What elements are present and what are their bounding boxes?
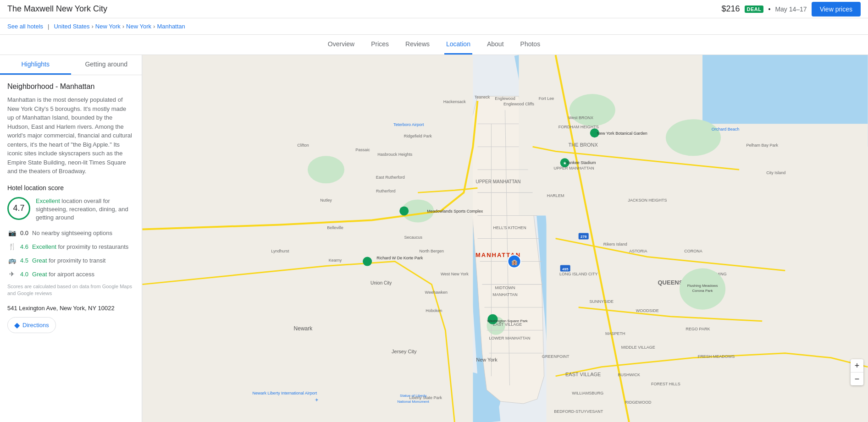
score-value-3: 4.0 xyxy=(20,271,28,278)
svg-text:FORDHAM HEIGHTS: FORDHAM HEIGHTS xyxy=(558,125,599,129)
tab-about[interactable]: About xyxy=(485,35,506,55)
separator: • xyxy=(768,5,770,13)
svg-text:MIDDLE VILLAGE: MIDDLE VILLAGE xyxy=(621,345,655,350)
score-value-2: 4.5 xyxy=(20,257,28,264)
svg-text:BUSHWICK: BUSHWICK xyxy=(618,373,641,377)
score-label-1: Excellent for proximity to restaurants xyxy=(32,243,128,250)
svg-text:278: 278 xyxy=(581,235,587,239)
svg-text:Nutley: Nutley xyxy=(320,198,332,203)
left-panel: Highlights Getting around Neighborhood -… xyxy=(0,55,142,422)
svg-text:Ridgefield Park: Ridgefield Park xyxy=(404,134,432,138)
svg-text:EAST VILLAGE: EAST VILLAGE xyxy=(565,372,601,377)
breadcrumb-new-york-state[interactable]: New York xyxy=(95,23,121,30)
zoom-in-button[interactable]: + xyxy=(851,359,863,372)
main: Highlights Getting around Neighborhood -… xyxy=(0,55,868,422)
header: The Maxwell New York City $216 DEAL • Ma… xyxy=(0,0,868,18)
svg-point-8 xyxy=(666,119,721,156)
svg-point-9 xyxy=(308,156,344,183)
svg-text:Clifton: Clifton xyxy=(297,143,309,148)
directions-diamond-icon: ◆ xyxy=(14,321,20,329)
svg-text:West BRONX: West BRONX xyxy=(568,115,593,120)
svg-text:CORONA: CORONA xyxy=(684,249,702,253)
breadcrumb: See all hotels | United States › New Yor… xyxy=(0,18,868,35)
svg-text:Richard W De Korte Park: Richard W De Korte Park xyxy=(376,256,423,260)
date-range: May 14–17 xyxy=(775,5,807,13)
svg-text:WILLIAMSBURG: WILLIAMSBURG xyxy=(572,391,603,395)
svg-text:RIDGEWOOD: RIDGEWOOD xyxy=(625,400,652,405)
location-score-section: Hotel location score 4.7 Excellent locat… xyxy=(7,184,134,297)
score-circle: 4.7 xyxy=(7,197,30,220)
header-right: $216 DEAL • May 14–17 View prices xyxy=(721,2,861,16)
breadcrumb-sep-2: › xyxy=(122,23,124,30)
zoom-controls: + − xyxy=(851,359,863,385)
svg-text:QUEENS: QUEENS xyxy=(658,279,683,286)
svg-text:FRESH MEADOWS: FRESH MEADOWS xyxy=(698,354,735,359)
svg-text:Hackensack: Hackensack xyxy=(443,99,466,104)
score-item: ✈4.0 Great for airport access xyxy=(7,269,134,279)
svg-text:Flushing Meadows: Flushing Meadows xyxy=(687,284,718,288)
svg-text:Teterboro Airport: Teterboro Airport xyxy=(393,122,424,127)
map-container[interactable]: MANHATTAN UPPER MANHATTAN MIDTOWN MANHAT… xyxy=(142,55,868,422)
svg-text:MIDTOWN: MIDTOWN xyxy=(495,285,515,290)
svg-text:Passaic: Passaic xyxy=(355,148,370,152)
svg-text:UPPER MANHATTAN: UPPER MANHATTAN xyxy=(475,179,520,184)
breadcrumb-manhattan[interactable]: Manhattan xyxy=(157,23,185,30)
svg-text:New York Botanical Garden: New York Botanical Garden xyxy=(597,131,647,136)
map-svg: MANHATTAN UPPER MANHATTAN MIDTOWN MANHAT… xyxy=(142,55,868,422)
directions-label: Directions xyxy=(22,322,49,329)
neighborhood-title: Neighborhood - Manhattan xyxy=(7,82,134,91)
sub-tab-getting-around[interactable]: Getting around xyxy=(71,55,142,75)
svg-text:Rikers Island: Rikers Island xyxy=(603,242,627,247)
hotel-title: The Maxwell New York City xyxy=(7,4,721,14)
sub-tab-highlights[interactable]: Highlights xyxy=(0,55,71,75)
nav-tabs: Overview Prices Reviews Location About P… xyxy=(0,35,868,55)
score-items-container: 📷0.0No nearby sightseeing options🍴4.6 Ex… xyxy=(7,228,134,279)
svg-text:National Monument: National Monument xyxy=(398,400,430,404)
score-label-3: Great for airport access xyxy=(32,271,94,278)
svg-text:SUNNYSIDE: SUNNYSIDE xyxy=(590,299,614,304)
svg-text:BEDFORD-STUYVESANT: BEDFORD-STUYVESANT xyxy=(554,409,603,414)
score-icon-0: 📷 xyxy=(7,228,17,237)
svg-text:HARLEM: HARLEM xyxy=(547,193,564,198)
svg-text:UPPER MANHATTAN: UPPER MANHATTAN xyxy=(554,166,594,170)
sub-tabs: Highlights Getting around xyxy=(0,55,142,75)
deal-badge: DEAL xyxy=(745,5,764,13)
svg-text:Secaucus: Secaucus xyxy=(404,235,422,240)
svg-text:Englewood Cliffs: Englewood Cliffs xyxy=(503,102,534,106)
tab-overview[interactable]: Overview xyxy=(326,35,356,55)
svg-text:Orchard Beach: Orchard Beach xyxy=(712,127,740,132)
svg-text:THE BRONX: THE BRONX xyxy=(569,142,598,148)
tab-photos[interactable]: Photos xyxy=(519,35,542,55)
tab-prices[interactable]: Prices xyxy=(369,35,391,55)
score-item: 🚌4.5 Great for proximity to transit xyxy=(7,256,134,265)
svg-text:Pelham Bay Park: Pelham Bay Park xyxy=(746,143,778,148)
svg-text:West New York: West New York xyxy=(441,272,469,276)
score-description: Excellent location overall for sightseei… xyxy=(36,197,134,222)
svg-text:Lyndhurst: Lyndhurst xyxy=(271,249,289,253)
svg-point-96 xyxy=(399,206,409,215)
svg-text:North Bergen: North Bergen xyxy=(420,249,444,253)
score-item: 🍴4.6 Excellent for proximity to restaura… xyxy=(7,242,134,251)
svg-text:Newark: Newark xyxy=(294,325,313,332)
breadcrumb-see-all[interactable]: See all hotels xyxy=(7,23,43,30)
svg-text:495: 495 xyxy=(562,267,569,271)
svg-text:Kearny: Kearny xyxy=(329,258,342,263)
score-value-0: 0.0 xyxy=(20,230,28,236)
svg-text:WOODSIDE: WOODSIDE xyxy=(636,308,659,313)
svg-text:JACKSON HEIGHTS: JACKSON HEIGHTS xyxy=(628,198,667,203)
svg-text:Meadowlands Sports Complex: Meadowlands Sports Complex xyxy=(427,209,483,214)
panel-content: Neighborhood - Manhattan Manhattan is th… xyxy=(0,75,142,422)
score-label-0: No nearby sightseeing options xyxy=(32,230,112,236)
svg-text:East Rutherford: East Rutherford xyxy=(376,175,405,180)
svg-text:Teaneck: Teaneck xyxy=(475,95,490,99)
svg-text:New York: New York xyxy=(476,357,498,362)
zoom-out-button[interactable]: − xyxy=(851,373,863,385)
breadcrumb-united-states[interactable]: United States xyxy=(54,23,89,30)
address: 541 Lexington Ave, New York, NY 10022 xyxy=(7,305,134,312)
directions-button[interactable]: ◆ Directions xyxy=(7,317,56,333)
tab-location[interactable]: Location xyxy=(444,35,472,55)
tab-reviews[interactable]: Reviews xyxy=(404,35,431,55)
view-prices-button[interactable]: View prices xyxy=(812,2,861,16)
svg-text:Washington Square Park: Washington Square Park xyxy=(487,319,528,323)
breadcrumb-new-york-city[interactable]: New York xyxy=(126,23,151,30)
